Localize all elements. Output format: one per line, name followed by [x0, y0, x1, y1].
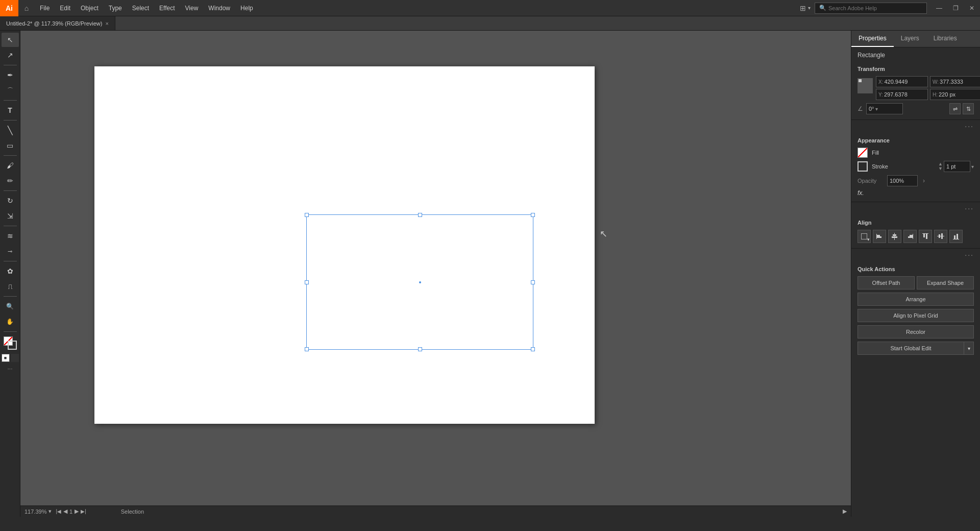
search-box[interactable]: 🔍 — [815, 3, 927, 14]
handle-bottom-left[interactable] — [305, 347, 309, 351]
w-field[interactable]: W: 377.3333 — [930, 76, 980, 87]
flip-horizontal-btn[interactable]: ⇌ — [949, 103, 961, 114]
selection-tool[interactable]: ↖ — [2, 33, 19, 47]
expand-shape-button[interactable]: Expand Shape — [917, 276, 974, 289]
transform-more-btn[interactable]: ··· — [851, 120, 980, 132]
tab-libraries[interactable]: Libraries — [926, 31, 964, 47]
x-field[interactable]: X: 420.9449 — [876, 76, 928, 87]
page-number[interactable]: 1 — [69, 509, 72, 515]
offset-path-button[interactable]: Offset Path — [857, 276, 915, 289]
page-prev-button[interactable]: ◀ — [63, 508, 67, 515]
y-field[interactable]: Y: 297.6378 — [876, 89, 928, 100]
tab-layers[interactable]: Layers — [894, 31, 926, 47]
menu-help[interactable]: Help — [235, 0, 258, 16]
warp-tool[interactable]: ≋ — [2, 229, 19, 243]
page-next-button[interactable]: ▶ — [75, 508, 79, 515]
play-button[interactable]: ▶ — [843, 508, 847, 515]
pen-tool[interactable]: ✒ — [2, 68, 19, 82]
zoom-tool[interactable]: 🔍 — [2, 299, 19, 313]
appearance-more-btn[interactable]: ··· — [851, 202, 980, 214]
zoom-control[interactable]: 117.39% ▾ — [24, 508, 52, 515]
stroke-swatch[interactable] — [857, 161, 868, 172]
rectangle-tool[interactable]: ▭ — [2, 138, 19, 153]
align-bottom-btn[interactable] — [949, 230, 963, 243]
home-button[interactable]: ⌂ — [18, 0, 35, 16]
restore-button[interactable]: ❐ — [947, 0, 964, 16]
handle-bottom-center[interactable] — [418, 347, 422, 351]
handle-top-left[interactable] — [305, 213, 309, 217]
pencil-tool[interactable]: ✏ — [2, 174, 19, 188]
paintbrush-tool[interactable]: 🖌 — [2, 158, 19, 173]
zoom-value: 117.39% — [24, 509, 46, 515]
fx-label: fx. — [857, 189, 864, 197]
direct-selection-tool[interactable]: ↗ — [2, 48, 19, 62]
align-to-pixel-grid-button[interactable]: Align to Pixel Grid — [857, 309, 974, 322]
transform-title: Transform — [857, 66, 974, 72]
search-input[interactable] — [828, 5, 922, 11]
menu-effect[interactable]: Effect — [154, 0, 180, 16]
graph-tool[interactable]: ⎍ — [2, 279, 19, 294]
rotation-dropdown-icon[interactable]: ▾ — [875, 106, 878, 112]
curvature-tool[interactable]: ⌒ — [2, 83, 19, 98]
document-tab[interactable]: Untitled-2* @ 117.39% (RGB/Preview) × — [0, 16, 115, 30]
more-tools-btn[interactable]: ··· — [7, 365, 12, 372]
h-field[interactable]: H: 220 px — [930, 89, 980, 100]
symbol-tool[interactable]: ✿ — [2, 264, 19, 278]
rotation-field[interactable]: 0° ▾ — [866, 103, 903, 114]
minimize-button[interactable]: — — [931, 0, 947, 16]
close-button[interactable]: ✕ — [964, 0, 980, 16]
menu-select[interactable]: Select — [127, 0, 154, 16]
menu-object[interactable]: Object — [76, 0, 104, 16]
align-right-btn[interactable] — [903, 230, 917, 243]
menu-edit[interactable]: Edit — [55, 0, 76, 16]
handle-middle-left[interactable] — [305, 280, 309, 284]
flip-vertical-btn[interactable]: ⇅ — [963, 103, 974, 114]
workspace-dropdown[interactable]: ▾ — [808, 5, 811, 11]
align-to-dropdown[interactable]: ▾ — [857, 230, 871, 243]
align-more-btn[interactable]: ··· — [851, 249, 980, 261]
reference-point-grid[interactable] — [857, 78, 873, 93]
menu-file[interactable]: File — [35, 0, 55, 16]
svg-rect-17 — [957, 234, 958, 239]
stroke-color-box[interactable] — [11, 354, 19, 362]
rotate-tool[interactable]: ↻ — [2, 194, 19, 208]
handle-top-right[interactable] — [531, 213, 535, 217]
handle-top-center[interactable] — [418, 213, 422, 217]
stroke-size-down[interactable]: ▼ — [938, 166, 943, 171]
align-left-btn[interactable] — [873, 230, 886, 243]
hand-tool[interactable]: ✋ — [2, 315, 19, 329]
page-last-button[interactable]: ▶| — [81, 509, 86, 514]
align-center-v-btn[interactable] — [934, 230, 947, 243]
fill-color-box[interactable]: ■ — [2, 354, 10, 362]
scale-tool[interactable]: ⇲ — [2, 209, 19, 223]
align-center-h-btn[interactable] — [888, 230, 901, 243]
workspace-icon[interactable]: ⊞ — [800, 4, 806, 12]
selection-rectangle[interactable] — [306, 214, 533, 350]
fill-swatch[interactable] — [857, 148, 868, 158]
arrange-button[interactable]: Arrange — [857, 293, 974, 306]
start-global-edit-button[interactable]: Start Global Edit — [857, 342, 964, 355]
align-top-btn[interactable] — [919, 230, 932, 243]
opacity-expand-icon[interactable]: › — [923, 177, 925, 184]
handle-middle-right[interactable] — [531, 280, 535, 284]
tab-close-button[interactable]: × — [105, 20, 108, 27]
tab-properties[interactable]: Properties — [851, 31, 894, 47]
page-first-button[interactable]: |◀ — [56, 509, 61, 514]
opacity-field[interactable]: 100% — [887, 175, 918, 186]
width-tool[interactable]: ⊸ — [2, 244, 19, 258]
recolor-button[interactable]: Recolor — [857, 325, 974, 339]
start-global-edit-dropdown[interactable]: ▾ — [964, 342, 974, 355]
canvas-area[interactable]: 117.39% ▾ |◀ ◀ 1 ▶ ▶| Selection ▶ — [20, 31, 851, 517]
svg-rect-1 — [877, 235, 880, 236]
stroke-size-field[interactable]: 1 pt — [944, 161, 970, 172]
line-tool[interactable]: ╲ — [2, 123, 19, 137]
handle-bottom-right[interactable] — [531, 347, 535, 351]
stroke-dropdown-icon[interactable]: ▾ — [971, 164, 974, 170]
type-tool[interactable]: T — [2, 103, 19, 117]
menu-type[interactable]: Type — [104, 0, 127, 16]
status-bar: 117.39% ▾ |◀ ◀ 1 ▶ ▶| Selection ▶ — [20, 505, 851, 517]
menu-view[interactable]: View — [180, 0, 204, 16]
fill-stroke-swatches[interactable] — [2, 336, 19, 352]
menu-window[interactable]: Window — [203, 0, 235, 16]
zoom-dropdown-icon[interactable]: ▾ — [48, 508, 52, 515]
